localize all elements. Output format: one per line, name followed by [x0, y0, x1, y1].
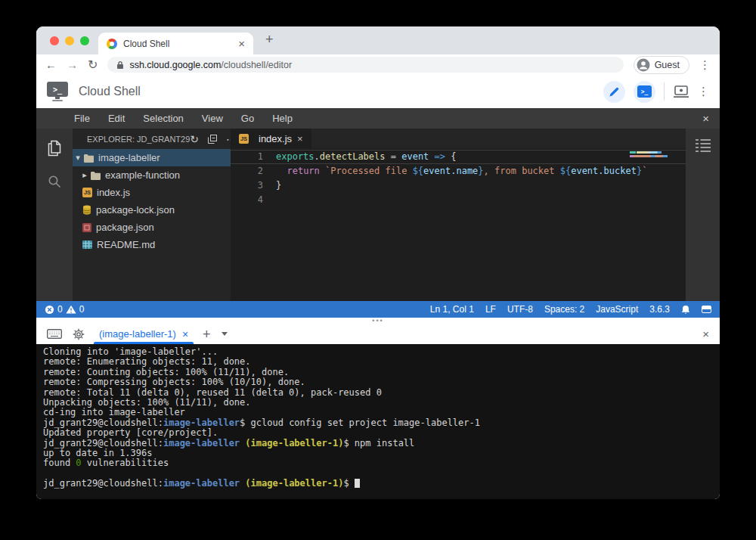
terminal-tab-close-icon[interactable] [182, 329, 188, 340]
minimap[interactable] [630, 151, 677, 157]
browser-menu-icon[interactable] [699, 58, 711, 72]
new-terminal-icon[interactable] [203, 327, 211, 341]
problems-indicator[interactable]: 0 0 [45, 304, 84, 315]
terminal-line: Unpacking objects: 100% (11/11), done. [43, 398, 713, 408]
close-window-button[interactable] [50, 36, 59, 45]
search-icon[interactable] [48, 175, 61, 188]
code-token: . [314, 151, 320, 162]
status-item[interactable]: 3.6.3 [649, 304, 670, 315]
tree-item-image-labeller[interactable]: image-labeller [73, 149, 231, 166]
tree-item-label: image-labeller [98, 152, 160, 163]
browser-tab[interactable]: Cloud Shell [98, 33, 253, 54]
editor-group: JS index.js 1exports.detectLabels = even… [231, 129, 686, 301]
editor-tab-indexjs[interactable]: JS index.js [231, 129, 311, 148]
terminal-line: Updated property [core/project]. [43, 428, 713, 438]
zoom-window-button[interactable] [80, 36, 89, 45]
header-more-icon[interactable] [698, 85, 709, 98]
back-icon[interactable] [45, 59, 57, 70]
terminal-line: jd_grant29@cloudshell:image-labeller$ gc… [43, 418, 713, 428]
status-item[interactable]: Ln 1, Col 1 [430, 304, 474, 315]
profile-button[interactable]: Guest [634, 56, 689, 74]
terminal-token: Updated property [core/project]. [43, 427, 218, 438]
toggle-panel-icon[interactable] [702, 306, 711, 313]
gear-icon[interactable] [73, 328, 85, 340]
open-editor-button[interactable] [603, 81, 625, 103]
code-token: exports [276, 151, 314, 162]
tree-item-package.json[interactable]: package.json [73, 219, 231, 236]
status-right: Ln 1, Col 1LFUTF-8Spaces: 2JavaScript3.6… [430, 304, 711, 315]
db-file-icon [82, 205, 91, 215]
terminal[interactable]: Cloning into 'image-labeller'...remote: … [36, 344, 720, 499]
menu-item-edit[interactable]: Edit [99, 113, 134, 124]
terminal-line: remote: Enumerating objects: 11, done. [43, 357, 713, 367]
code-token: ` [642, 166, 647, 176]
status-item[interactable]: Spaces: 2 [544, 304, 584, 315]
editor-main: EXPLORER: JD_GRANT29 image-labellerexamp… [36, 129, 720, 301]
terminal-tab[interactable]: (image-labeller-1) [95, 324, 192, 344]
code-token: detectLabels [320, 151, 386, 162]
profile-label: Guest [655, 60, 680, 70]
editor-close-icon[interactable] [702, 112, 709, 125]
tree-item-README.md[interactable]: README.md [73, 236, 231, 253]
status-item[interactable]: JavaScript [596, 304, 638, 315]
js-file-icon: JS [82, 188, 92, 197]
code-token [276, 166, 287, 176]
code-line-text: return `Processed file ${event.name}, fr… [276, 164, 647, 178]
tree-item-index.js[interactable]: JSindex.js [73, 184, 231, 201]
terminal-panel-close-icon[interactable] [702, 327, 709, 340]
reload-icon[interactable] [88, 59, 98, 71]
refresh-icon[interactable] [190, 133, 199, 145]
web-preview-icon[interactable] [673, 85, 689, 98]
collapse-all-icon[interactable] [207, 134, 218, 144]
status-item[interactable]: LF [485, 304, 496, 315]
cloud-shell-logo-glyph: >_ [47, 82, 68, 97]
terminal-token: jd_grant29@cloudshell: [43, 478, 163, 489]
url-host: ssh.cloud.google.com [129, 60, 221, 70]
terminal-line: remote: Counting objects: 100% (11/11), … [43, 368, 713, 377]
terminal-token: vulnerabilities [82, 458, 169, 468]
terminal-line [43, 469, 713, 479]
menu-item-go[interactable]: Go [232, 113, 263, 124]
code-token: return [287, 166, 319, 176]
tree-item-package-lock.json[interactable]: package-lock.json [73, 201, 231, 219]
minimap-line [630, 151, 677, 154]
tab-close-icon[interactable] [238, 38, 245, 49]
forward-icon[interactable] [67, 59, 78, 70]
menu-item-file[interactable]: File [65, 113, 99, 124]
keyboard-icon[interactable] [47, 329, 62, 339]
outline-list-icon[interactable] [695, 138, 711, 153]
terminal-token: cd-ing into image-labeller [43, 407, 185, 417]
address-bar[interactable]: ssh.cloud.google.com/cloudshell/editor [107, 57, 623, 73]
tree-item-label: index.js [97, 187, 130, 198]
warning-icon [66, 305, 76, 314]
panel-resize-grip[interactable] [36, 318, 720, 324]
menu-item-help[interactable]: Help [263, 113, 302, 124]
explorer-sidebar: EXPLORER: JD_GRANT29 image-labellerexamp… [73, 129, 231, 301]
status-bar: 0 0 Ln 1, Col 1LFUTF-8Spaces: 2JavaScrip… [36, 301, 720, 318]
right-rail [686, 129, 720, 301]
terminal-dropdown-icon[interactable] [222, 332, 228, 336]
desktop-background: { "browser": { "tab_title": "Cloud Shell… [0, 0, 756, 540]
minimize-window-button[interactable] [65, 36, 74, 45]
browser-tab-strip: Cloud Shell [36, 26, 720, 54]
menu-item-view[interactable]: View [193, 113, 232, 124]
terminal-line: up to date in 1.396s [43, 448, 713, 458]
menu-item-selection[interactable]: Selection [134, 113, 192, 124]
explorer-icon[interactable] [47, 140, 62, 157]
tree-item-label: package-lock.json [96, 204, 175, 216]
code-area[interactable]: 1exports.detectLabels = event => {2 retu… [231, 148, 686, 301]
tree-item-example-function[interactable]: example-function [73, 166, 231, 184]
md-file-icon [82, 241, 92, 249]
new-tab-button[interactable] [265, 32, 274, 48]
npm-file-icon [82, 223, 91, 232]
bell-icon[interactable] [681, 305, 690, 315]
status-item[interactable]: UTF-8 [507, 304, 533, 315]
terminal-tab-bar: (image-labeller-1) [36, 324, 720, 344]
open-terminal-button[interactable]: >_ [634, 81, 655, 103]
editor-tab-close-icon[interactable] [297, 134, 303, 144]
code-line: 2 return `Processed file ${event.name}, … [231, 164, 686, 178]
cloud-shell-favicon [107, 39, 117, 49]
code-token: `Processed file [325, 166, 413, 176]
folder-icon [83, 154, 94, 163]
terminal-token: (image-labeller-1) [245, 478, 343, 489]
